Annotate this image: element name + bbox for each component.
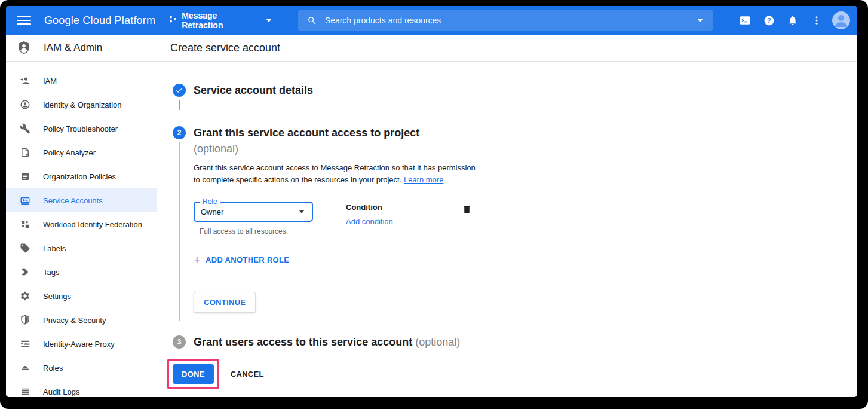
sidebar-item-service-accounts[interactable]: Service Accounts	[6, 188, 157, 212]
sidebar-item-label: Identity & Organization	[43, 100, 122, 109]
tag-arrow-icon	[20, 267, 30, 277]
service-account-key-icon	[20, 195, 30, 206]
sidebar-item-settings[interactable]: Settings	[6, 284, 157, 308]
sidebar-item-label: Tags	[43, 268, 59, 277]
main-content: Create service account Service account d…	[157, 35, 857, 397]
search-chevron-down-icon[interactable]	[697, 19, 703, 22]
done-button[interactable]: DONE	[173, 364, 214, 384]
step2-optional: (optional)	[194, 143, 857, 155]
done-button-highlight: DONE	[167, 359, 219, 389]
role-helper-text: Full access to all resources.	[200, 227, 313, 236]
role-select[interactable]: Role Owner	[194, 202, 313, 222]
notifications-icon[interactable]	[781, 8, 805, 32]
step2-description: Grant this service account access to Mes…	[194, 162, 480, 186]
page-title: Create service account	[170, 42, 280, 54]
iam-shield-icon	[16, 40, 32, 56]
gear-icon	[20, 291, 30, 301]
add-condition-link[interactable]: Add condition	[346, 217, 393, 226]
sidebar-item-label: Settings	[43, 292, 71, 301]
search-input[interactable]: Search products and resources	[298, 10, 713, 31]
create-service-account-wizard: Service account details 2 Grant this ser…	[157, 62, 857, 389]
dropdown-arrow-icon	[299, 210, 305, 213]
sidebar-item-label: Service Accounts	[43, 196, 103, 205]
sidebar-item-label: Policy Troubleshooter	[43, 124, 118, 133]
role-selected-value: Owner	[201, 207, 299, 216]
menu-icon[interactable]	[17, 13, 31, 28]
wizard-actions: DONE CANCEL	[167, 359, 857, 389]
page-header: Create service account	[157, 35, 857, 62]
more-vert-icon[interactable]	[805, 8, 829, 32]
step-grant-access-to-project: 2 Grant this service account access to p…	[173, 126, 857, 321]
chevron-down-icon	[266, 19, 272, 22]
sidebar-item-roles[interactable]: Roles	[6, 356, 157, 380]
step-service-account-details: Service account details	[173, 84, 857, 112]
help-icon[interactable]: ?	[757, 8, 781, 32]
sidebar-item-label: IAM	[43, 77, 57, 86]
sidebar: IAM & Admin IAMIdentity & OrganizationPo…	[6, 35, 157, 397]
person-circle-icon	[20, 99, 30, 110]
project-name: Message Retraction	[182, 11, 260, 30]
role-row: Role Owner Full access to all resources.…	[194, 202, 472, 236]
sidebar-item-workload-identity-federation[interactable]: Workload Identity Federation	[6, 212, 157, 236]
doc-lines-icon	[20, 171, 30, 182]
step-connector	[179, 142, 180, 321]
topbar-icon-group: ?	[733, 8, 857, 32]
sidebar-item-label: Labels	[43, 244, 66, 253]
brand-logo[interactable]: Google Cloud Platform	[44, 14, 155, 27]
search-placeholder: Search products and resources	[325, 16, 692, 25]
step-grant-users-access: 3 Grant users access to this service acc…	[173, 335, 857, 349]
sidebar-item-label: Roles	[43, 364, 63, 373]
sidebar-header: IAM & Admin	[6, 35, 157, 62]
sidebar-item-identity-aware-proxy[interactable]: Identity-Aware Proxy	[6, 332, 157, 356]
label-tag-icon	[20, 243, 30, 254]
avatar[interactable]	[832, 11, 850, 29]
step3-title: Grant users access to this service accou…	[194, 335, 857, 349]
step1-check-circle	[173, 84, 186, 97]
trash-icon[interactable]	[462, 204, 472, 236]
sidebar-item-iam[interactable]: IAM	[6, 69, 157, 93]
sidebar-item-policy-troubleshooter[interactable]: Policy Troubleshooter	[6, 117, 157, 141]
sidebar-item-tags[interactable]: Tags	[6, 260, 157, 284]
person-add-icon	[20, 75, 30, 86]
step1-title: Service account details	[194, 84, 857, 97]
project-dots-icon	[168, 15, 177, 26]
sidebar-item-label: Workload Identity Federation	[43, 220, 142, 229]
sidebar-item-label: Organization Policies	[43, 172, 116, 181]
sidebar-title: IAM & Admin	[44, 42, 102, 54]
cloud-shell-icon[interactable]	[733, 8, 757, 32]
shield-half-icon	[20, 315, 30, 325]
step3-optional: (optional)	[415, 336, 460, 348]
learn-more-link[interactable]: Learn more	[404, 175, 443, 184]
step3-number-circle: 3	[173, 335, 186, 349]
sidebar-item-policy-analyzer[interactable]: Policy Analyzer	[6, 141, 157, 164]
add-another-role-button[interactable]: + ADD ANOTHER ROLE	[194, 255, 857, 264]
svg-text:?: ?	[767, 17, 771, 24]
hat-icon	[20, 362, 30, 373]
step2-title: Grant this service account access to pro…	[194, 126, 857, 139]
search-icon	[298, 16, 325, 26]
continue-button[interactable]: CONTINUE	[194, 292, 256, 313]
screenshot-frame: Google Cloud Platform Message Retraction…	[0, 0, 868, 409]
browser-viewport: Google Cloud Platform Message Retraction…	[6, 6, 857, 397]
sidebar-item-labels[interactable]: Labels	[6, 236, 157, 260]
sidebar-item-label: Privacy & Security	[43, 316, 106, 325]
sidebar-item-label: Audit Logs	[43, 387, 79, 396]
plus-icon: +	[194, 256, 200, 264]
step-connector	[179, 100, 180, 110]
squares-icon	[20, 219, 30, 230]
sidebar-item-organization-policies[interactable]: Organization Policies	[6, 164, 157, 188]
sidebar-item-privacy-security[interactable]: Privacy & Security	[6, 308, 157, 332]
sidebar-item-label: Policy Analyzer	[43, 148, 96, 157]
check-icon	[175, 86, 183, 94]
app-bar: Google Cloud Platform Message Retraction…	[6, 6, 857, 35]
sidebar-item-audit-logs[interactable]: Audit Logs	[6, 380, 157, 397]
condition-label: Condition	[346, 203, 393, 212]
list-lines-icon	[20, 386, 30, 397]
wrench-icon	[20, 123, 30, 134]
project-selector[interactable]: Message Retraction	[168, 11, 272, 30]
sidebar-nav: IAMIdentity & OrganizationPolicy Trouble…	[6, 62, 157, 397]
doc-gear-icon	[20, 147, 30, 158]
cancel-button[interactable]: CANCEL	[231, 370, 264, 379]
sidebar-item-identity-organization[interactable]: Identity & Organization	[6, 93, 157, 117]
role-field-label: Role	[200, 197, 220, 206]
